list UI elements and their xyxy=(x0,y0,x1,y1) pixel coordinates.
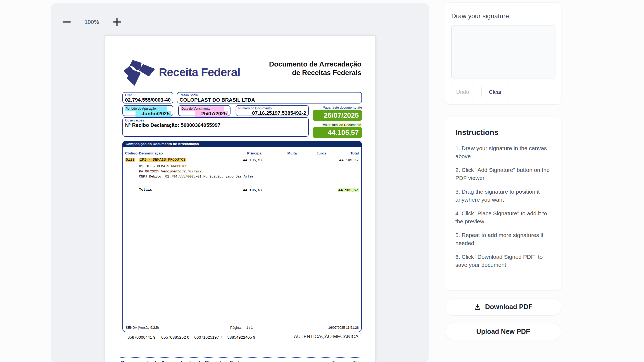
row-codigo: 5123 xyxy=(125,158,135,162)
field-numero-label: Número do Documento xyxy=(238,106,308,110)
valor-total-value: 44.105,57 xyxy=(313,127,362,138)
autenticacao-mecanica-label: AUTENTICAÇÃO MECÂNICA xyxy=(294,334,358,339)
composition-table: Código Denominação Principal Multa Juros… xyxy=(122,147,362,332)
receita-federal-logotext: Receita Federal xyxy=(159,66,240,79)
document-title-line2: de Receitas Federais xyxy=(269,68,361,77)
pdf-document-page: Receita Federal Documento de Arrecadação… xyxy=(105,35,376,362)
zoom-level: 100% xyxy=(79,17,105,27)
col-denominacao: Denominação xyxy=(139,151,163,155)
totals-principal: 44.105,57 xyxy=(243,188,262,192)
barcode-group-1: 85870000441 9 xyxy=(127,335,155,339)
pdf-signer-app: 100% Receita Federal Documento de Arreca… xyxy=(0,0,644,362)
field-periodo-label: Período de Apuração xyxy=(125,106,173,111)
composition-header-bar: Composição do Documento de Arrecadação xyxy=(122,141,362,147)
field-data-vencimento: Data de Vencimento 25/07/2025 xyxy=(178,105,230,116)
upload-new-pdf-button[interactable]: Upload New PDF xyxy=(445,323,561,340)
field-vencimento-label: Data de Vencimento xyxy=(181,106,230,111)
zoom-in-button[interactable] xyxy=(111,17,123,27)
download-icon xyxy=(474,303,481,311)
instruction-step-1: 1. Draw your signature in the canvas abo… xyxy=(455,144,551,160)
download-pdf-label: Download PDF xyxy=(485,303,532,311)
signature-card-title: Draw your signature xyxy=(451,12,509,20)
field-razao-social: Razão Social COLOPLAST DO BRASIL LTDA xyxy=(177,92,362,104)
download-pdf-button[interactable]: Download PDF xyxy=(445,298,561,316)
field-numero-value: 07.16.25197.5385492-2 xyxy=(238,110,306,116)
plus-icon xyxy=(113,18,121,26)
instruction-step-5: 5. Repeat to add more signatures if need… xyxy=(455,231,551,247)
field-cnpj-value: 02.794.555/0003-40 xyxy=(125,97,171,103)
row-detail-2: PA:06/2025 Vencimento:25/07/2025 xyxy=(139,170,203,173)
row-total: 44.105,57 xyxy=(339,158,359,162)
field-numero-documento: Número do Documento 07.16.25197.5385492-… xyxy=(236,105,309,116)
field-cnpj-label: CNPJ xyxy=(125,93,173,97)
totals-label: Totais xyxy=(139,188,152,192)
dotted-separator xyxy=(120,357,360,358)
field-observacoes-value: Nº Recibo Declaração: 50000364055997 xyxy=(125,122,306,128)
clear-button[interactable]: Clear xyxy=(481,85,509,99)
row-denominacao: IPI - DEMAIS PRODUTOS xyxy=(139,158,186,162)
field-vencimento-value: 25/07/2025 xyxy=(181,111,228,117)
signature-canvas[interactable] xyxy=(451,25,555,79)
document-title-line1: Documento de Arrecadação xyxy=(269,60,361,68)
row-detail-1: 01 IPI - DEMAIS PRODUTOS xyxy=(139,165,187,168)
footer-timestamp: 16/07/2025 11:51:28 xyxy=(328,326,359,330)
document-title: Documento de Arrecadação de Receitas Fed… xyxy=(269,60,361,77)
field-razao-social-label: Razão Social xyxy=(180,93,361,97)
pagar-ate-label: Pagar este documento até xyxy=(313,106,362,109)
field-observacoes-label: Observações xyxy=(125,119,308,122)
footer-page-value: 1 / 1 xyxy=(246,326,253,330)
row-principal: 44.105,57 xyxy=(243,158,262,162)
barcode-group-2: 05570385252 0 xyxy=(161,335,189,339)
row-detail-3: CNPJ Débito: 02.794.555/0005-01 Municípi… xyxy=(139,175,254,179)
instruction-step-2: 2. Click "Add Signature" button on the P… xyxy=(455,166,551,182)
col-juros: Juros xyxy=(316,151,326,155)
col-total: Total xyxy=(350,151,359,155)
field-razao-social-value: COLOPLAST DO BRASIL LTDA xyxy=(180,97,359,103)
totals-total: 44.105,57 xyxy=(338,188,359,192)
instruction-step-4: 4. Click "Place Signature" to add it to … xyxy=(455,209,551,226)
footer-page-label: Página: xyxy=(230,326,241,330)
zoom-out-button[interactable] xyxy=(61,17,72,27)
col-codigo: Código xyxy=(125,151,138,155)
col-principal: Principal xyxy=(247,151,262,155)
signature-card: Draw your signature Undo Clear xyxy=(445,2,561,105)
upload-new-pdf-label: Upload New PDF xyxy=(476,328,530,335)
pix-label: Pague com o PIX xyxy=(332,361,358,362)
field-periodo-value: Junho/2025 xyxy=(125,111,171,117)
field-observacoes: Observações Nº Recibo Declaração: 500003… xyxy=(122,117,309,137)
instruction-step-6: 6. Click "Download Signed PDF" to save y… xyxy=(455,253,551,269)
pdf-viewer-panel: 100% Receita Federal Documento de Arreca… xyxy=(51,3,429,362)
instruction-step-3: 3. Drag the signature to position it any… xyxy=(455,188,551,204)
next-section-title: Documento de Arrecadação de Receitas Fed… xyxy=(120,360,253,362)
field-cnpj: CNPJ 02.794.555/0003-40 xyxy=(122,92,173,104)
receita-federal-logo-icon xyxy=(123,59,157,87)
instructions-card: Instructions 1. Draw your signature in t… xyxy=(445,117,561,290)
minus-icon xyxy=(63,21,71,23)
barcode-group-4: 53854922405 9 xyxy=(227,335,255,339)
barcode-group-3: 06071625197 7 xyxy=(194,335,222,339)
footer-generator: SENDA (Versão:5.2.5) xyxy=(126,326,159,330)
instructions-title: Instructions xyxy=(455,128,551,137)
pagar-ate-value: 25/07/2025 xyxy=(313,110,362,121)
field-periodo-apuracao: Período de Apuração Junho/2025 xyxy=(122,105,173,116)
col-multa: Multa xyxy=(287,151,297,155)
undo-button[interactable]: Undo xyxy=(451,85,474,99)
